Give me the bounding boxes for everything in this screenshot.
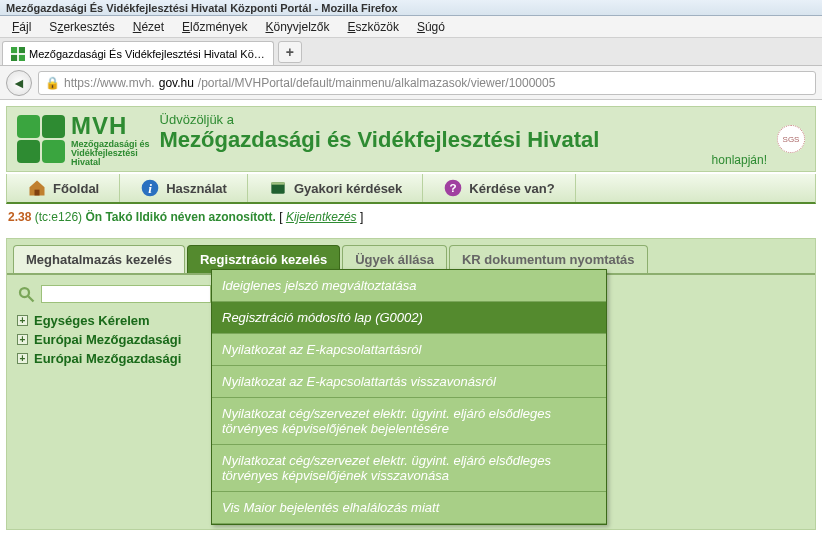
nav-home[interactable]: Főoldal <box>7 174 120 202</box>
main-nav: Főoldal i Használat Gyakori kérdések ? K… <box>6 174 816 204</box>
book-icon <box>268 178 288 198</box>
menu-help[interactable]: Súgó <box>409 18 453 36</box>
tab-label: Regisztráció kezelés <box>200 252 327 267</box>
svg-rect-3 <box>19 54 25 60</box>
mi-label: Vis Maior bejelentés elhalálozás miatt <box>222 500 439 515</box>
menu-tools[interactable]: Eszközök <box>340 18 407 36</box>
page-content: MVH Mezőgazdasági és Vidékfejlesztési Hi… <box>0 100 822 530</box>
lock-icon: 🔒 <box>45 76 60 90</box>
window-title: Mezőgazdasági És Vidékfejlesztési Hivata… <box>6 2 398 14</box>
browser-tabbar: Mezőgazdasági És Vidékfejlesztési Hivata… <box>0 38 822 66</box>
greeting-line2: Mezőgazdasági és Vidékfejlesztési Hivata… <box>160 127 767 153</box>
mi-label: Nyilatkozat cég/szervezet elektr. ügyint… <box>222 406 551 436</box>
tree-label: Európai Mezőgazdasági <box>34 332 181 347</box>
menu-item-econtact-declare[interactable]: Nyilatkozat az E-kapcsolattartásról <box>212 334 606 366</box>
svg-rect-1 <box>19 47 25 53</box>
mi-label: Nyilatkozat az E-kapcsolattartásról <box>222 342 421 357</box>
nav-faq-label: Gyakori kérdések <box>294 181 402 196</box>
tab-label: Meghatalmazás kezelés <box>26 252 172 267</box>
svg-line-12 <box>28 296 33 301</box>
expand-icon[interactable]: + <box>17 315 28 326</box>
browser-toolbar: ◄ 🔒 https://www.mvh.gov.hu/portal/MVHPor… <box>0 66 822 100</box>
nav-question[interactable]: ? Kérdése van? <box>423 174 575 202</box>
url-host: gov.hu <box>159 76 194 90</box>
new-tab-button[interactable]: + <box>278 41 302 63</box>
svg-rect-0 <box>11 47 17 53</box>
nav-usage-label: Használat <box>166 181 227 196</box>
mi-label: Nyilatkozat az E-kapcsolattartás visszav… <box>222 374 496 389</box>
arrow-left-icon: ◄ <box>12 75 26 91</box>
question-icon: ? <box>443 178 463 198</box>
expand-icon[interactable]: + <box>17 334 28 345</box>
url-path: /portal/MVHPortal/default/mainmenu/alkal… <box>198 76 556 90</box>
menu-view[interactable]: Nézet <box>125 18 172 36</box>
menu-file[interactable]: Fájl <box>4 18 39 36</box>
mvh-logo[interactable]: MVH Mezőgazdasági és Vidékfejlesztési Hi… <box>17 112 150 167</box>
svg-text:i: i <box>148 181 152 196</box>
registration-dropdown: Ideiglenes jelszó megváltoztatása Regisz… <box>211 269 607 525</box>
nav-question-label: Kérdése van? <box>469 181 554 196</box>
tab-label: KR dokumentum nyomtatás <box>462 252 635 267</box>
mi-label: Regisztráció módosító lap (G0002) <box>222 310 423 325</box>
menu-bookmarks[interactable]: Könyvjelzők <box>257 18 337 36</box>
tab-authorizations[interactable]: Meghatalmazás kezelés <box>13 245 185 273</box>
menu-item-econtact-revoke[interactable]: Nyilatkozat az E-kapcsolattartás visszav… <box>212 366 606 398</box>
expand-icon[interactable]: + <box>17 353 28 364</box>
url-scheme: https://www.mvh. <box>64 76 155 90</box>
browser-menubar: Fájl Szerkesztés Nézet Előzmények Könyvj… <box>0 16 822 38</box>
menu-item-vismaior-death[interactable]: Vis Maior bejelentés elhalálozás miatt <box>212 492 606 524</box>
mi-label: Ideiglenes jelszó megváltoztatása <box>222 278 416 293</box>
svg-rect-2 <box>11 54 17 60</box>
plus-icon: + <box>286 44 294 60</box>
browser-tab-title: Mezőgazdasági És Vidékfejlesztési Hivata… <box>29 48 265 60</box>
svg-point-11 <box>20 288 29 297</box>
greeting-line1: Üdvözöljük a <box>160 112 767 127</box>
search-icon <box>17 285 35 303</box>
status-user: Takó Ildikó <box>105 210 167 224</box>
logout-link[interactable]: Kijelentkezés <box>286 210 357 224</box>
favicon-mvh-icon <box>11 47 25 61</box>
nav-faq[interactable]: Gyakori kérdések <box>248 174 423 202</box>
svg-rect-4 <box>35 190 40 196</box>
greeting: Üdvözöljük a Mezőgazdasági és Vidékfejle… <box>160 112 767 167</box>
mi-label: Nyilatkozat cég/szervezet elektr. ügyint… <box>222 453 551 483</box>
info-icon: i <box>140 178 160 198</box>
tree-label: Egységes Kérelem <box>34 313 150 328</box>
nav-usage[interactable]: i Használat <box>120 174 248 202</box>
window-titlebar: Mezőgazdasági És Vidékfejlesztési Hivata… <box>0 0 822 16</box>
back-button[interactable]: ◄ <box>6 70 32 96</box>
greeting-line3: honlapján! <box>160 153 767 167</box>
logo-text: MVH <box>71 112 150 140</box>
content-panel: Meghatalmazás kezelés Regisztráció kezel… <box>6 238 816 530</box>
menu-item-temp-password[interactable]: Ideiglenes jelszó megváltoztatása <box>212 270 606 302</box>
menu-item-org-rep-declare[interactable]: Nyilatkozat cég/szervezet elektr. ügyint… <box>212 398 606 445</box>
menu-item-reg-modify-g0002[interactable]: Regisztráció módosító lap (G0002) <box>212 302 606 334</box>
menu-history[interactable]: Előzmények <box>174 18 255 36</box>
home-icon <box>27 178 47 198</box>
clover-icon <box>17 115 65 163</box>
browser-tab[interactable]: Mezőgazdasági És Vidékfejlesztési Hivata… <box>2 41 274 65</box>
url-bar[interactable]: 🔒 https://www.mvh.gov.hu/portal/MVHPorta… <box>38 71 816 95</box>
tab-strip: Meghatalmazás kezelés Regisztráció kezel… <box>7 239 815 273</box>
tree-label: Európai Mezőgazdasági <box>34 351 181 366</box>
logo-sub3: Hivatal <box>71 158 150 167</box>
menu-item-org-rep-revoke[interactable]: Nyilatkozat cég/szervezet elektr. ügyint… <box>212 445 606 492</box>
status-bar: 2.38 (tc:e126) Ön Takó Ildikó néven azon… <box>0 204 822 230</box>
menu-edit[interactable]: Szerkesztés <box>41 18 122 36</box>
status-version: 2.38 <box>8 210 31 224</box>
sgs-badge-icon: SGS <box>777 125 805 153</box>
page-header: MVH Mezőgazdasági és Vidékfejlesztési Hi… <box>6 106 816 172</box>
tab-label: Ügyek állása <box>355 252 434 267</box>
status-tc: (tc:e126) <box>35 210 82 224</box>
search-input[interactable] <box>41 285 211 303</box>
svg-rect-8 <box>271 182 284 185</box>
svg-text:?: ? <box>450 181 457 194</box>
nav-home-label: Főoldal <box>53 181 99 196</box>
